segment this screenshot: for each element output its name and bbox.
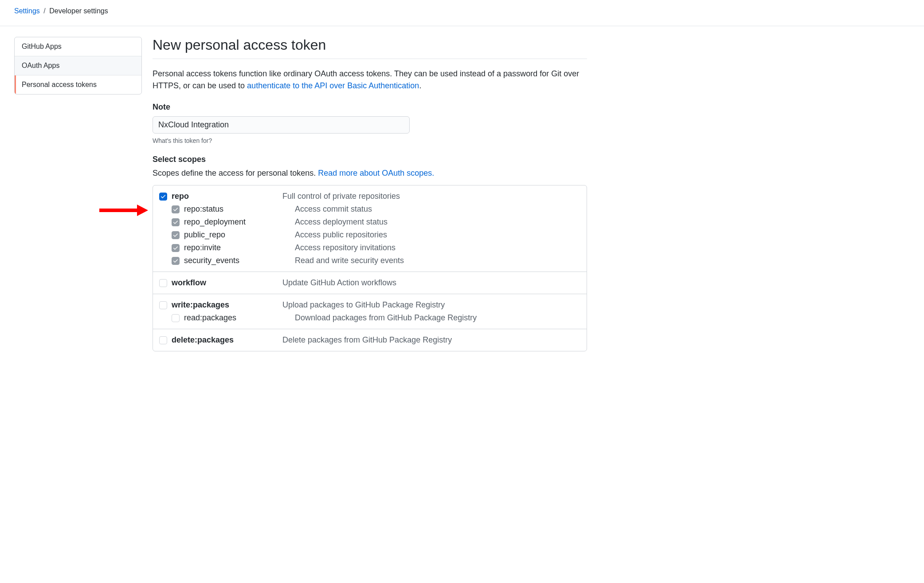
note-help-text: What's this token for?: [153, 137, 587, 144]
scope-checkbox[interactable]: [159, 301, 167, 309]
scope-group: repoFull control of private repositories…: [153, 185, 587, 272]
breadcrumb: Settings / Developer settings: [0, 0, 924, 26]
scope-description: Access public repositories: [295, 230, 387, 240]
scope-description: Upload packages to GitHub Package Regist…: [282, 300, 445, 310]
scope-checkbox: [172, 231, 180, 239]
sidebar-item-personal-access-tokens[interactable]: Personal access tokens: [15, 75, 141, 94]
scopes-table: repoFull control of private repositories…: [153, 185, 587, 351]
note-label: Note: [153, 102, 587, 112]
intro-text: Personal access tokens function like ord…: [153, 68, 587, 92]
scope-row-child: repo:statusAccess commit status: [159, 203, 580, 216]
scope-row: workflowUpdate GitHub Action workflows: [159, 276, 580, 289]
scope-name: read:packages: [184, 313, 295, 323]
breadcrumb-separator: /: [43, 7, 45, 15]
scope-name: write:packages: [172, 300, 282, 310]
scope-row-child: security_eventsRead and write security e…: [159, 254, 580, 267]
scope-checkbox: [172, 257, 180, 265]
main-content: New personal access token Personal acces…: [153, 37, 587, 351]
scope-row-child: repo:inviteAccess repository invitations: [159, 241, 580, 254]
sidebar-menu: GitHub Apps OAuth Apps Personal access t…: [14, 37, 142, 95]
scope-row: repoFull control of private repositories: [159, 190, 580, 203]
intro-link[interactable]: authenticate to the API over Basic Authe…: [247, 81, 419, 90]
scope-row: write:packagesUpload packages to GitHub …: [159, 299, 580, 311]
scope-description: Access commit status: [295, 205, 372, 214]
scope-name: workflow: [172, 278, 282, 288]
scope-name: repo_deployment: [184, 217, 295, 227]
scopes-description: Scopes define the access for personal to…: [153, 169, 587, 178]
scope-group: workflowUpdate GitHub Action workflows: [153, 272, 587, 294]
scope-checkbox[interactable]: [172, 314, 180, 322]
scope-checkbox[interactable]: [159, 336, 167, 344]
scope-description: Delete packages from GitHub Package Regi…: [282, 335, 452, 345]
scopes-desc-prefix: Scopes define the access for personal to…: [153, 169, 318, 177]
scope-name: security_events: [184, 256, 295, 265]
scope-name: repo:status: [184, 205, 295, 214]
scopes-label: Select scopes: [153, 155, 587, 164]
scope-name: public_repo: [184, 230, 295, 240]
page-title: New personal access token: [153, 37, 587, 53]
intro-suffix: .: [419, 81, 421, 90]
scope-name: repo:invite: [184, 243, 295, 252]
scope-checkbox[interactable]: [159, 279, 167, 287]
title-divider: [153, 59, 587, 59]
scope-row-child: public_repoAccess public repositories: [159, 228, 580, 241]
breadcrumb-parent-link[interactable]: Settings: [14, 7, 40, 15]
scope-checkbox: [172, 244, 180, 252]
scope-description: Update GitHub Action workflows: [282, 278, 396, 288]
scope-name: repo: [172, 192, 282, 201]
sidebar: GitHub Apps OAuth Apps Personal access t…: [14, 37, 142, 351]
scope-description: Access deployment status: [295, 217, 388, 227]
sidebar-item-oauth-apps[interactable]: OAuth Apps: [15, 56, 141, 75]
scope-name: delete:packages: [172, 335, 282, 345]
scope-checkbox: [172, 205, 180, 213]
scope-row: delete:packagesDelete packages from GitH…: [159, 334, 580, 347]
scope-checkbox: [172, 218, 180, 226]
scope-description: Download packages from GitHub Package Re…: [295, 313, 477, 323]
breadcrumb-current: Developer settings: [49, 7, 108, 15]
scopes-desc-link[interactable]: Read more about OAuth scopes.: [318, 169, 434, 177]
scope-description: Access repository invitations: [295, 243, 395, 252]
sidebar-item-github-apps[interactable]: GitHub Apps: [15, 37, 141, 56]
scope-group: write:packagesUpload packages to GitHub …: [153, 294, 587, 329]
scope-description: Read and write security events: [295, 256, 404, 265]
scope-row-child: repo_deploymentAccess deployment status: [159, 216, 580, 228]
scope-checkbox[interactable]: [159, 193, 167, 201]
scope-group: delete:packagesDelete packages from GitH…: [153, 329, 587, 351]
scope-row-child: read:packagesDownload packages from GitH…: [159, 311, 580, 324]
note-input[interactable]: [153, 116, 410, 134]
scope-description: Full control of private repositories: [282, 192, 400, 201]
